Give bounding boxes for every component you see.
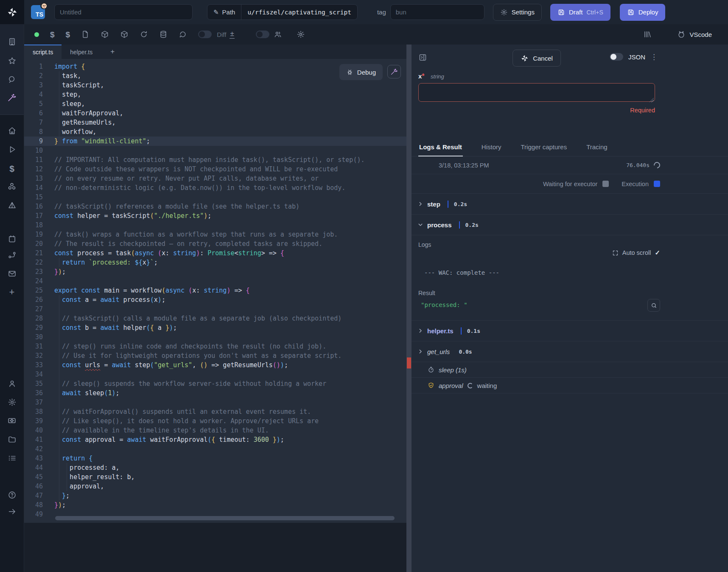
play-icon[interactable]: [0, 141, 24, 158]
status-dot: [34, 32, 39, 37]
arrow-right-icon[interactable]: [0, 503, 24, 520]
collab-toggle[interactable]: [256, 31, 269, 38]
gear-icon[interactable]: [0, 393, 24, 410]
sleep-label: sleep (1s): [439, 366, 467, 374]
json-label: JSON: [628, 53, 645, 61]
help-icon[interactable]: [0, 486, 24, 503]
route-icon[interactable]: [0, 246, 24, 263]
cubes-icon[interactable]: [0, 178, 24, 195]
refresh-icon[interactable]: [179, 30, 187, 39]
dollar-icon[interactable]: $: [50, 31, 55, 39]
execution-color-swatch: [654, 181, 660, 187]
people-icon: [274, 30, 282, 39]
running-spinner-icon: [652, 161, 661, 170]
path-group: ✎ Path u/rfiszel/captivating_script: [207, 4, 358, 20]
helper-duration: 0.1s: [467, 328, 480, 334]
path-value[interactable]: u/rfiszel/captivating_script: [241, 9, 357, 16]
x-input[interactable]: [418, 83, 655, 102]
autoscroll-control[interactable]: Auto scroll ✓: [418, 249, 660, 257]
tab-logs-result[interactable]: Logs & Result: [418, 139, 463, 156]
plus-icon[interactable]: +: [0, 284, 24, 301]
tag-input[interactable]: [390, 4, 484, 20]
windmill-logo-icon[interactable]: [0, 0, 24, 24]
result-value: "processed: ": [421, 301, 468, 308]
step-duration: 0.2s: [454, 201, 467, 207]
settings-button[interactable]: Settings: [493, 4, 542, 21]
debug-button[interactable]: Debug: [339, 64, 383, 80]
tab-helper-ts[interactable]: helper.ts: [62, 45, 101, 59]
dollar-icon[interactable]: $: [0, 160, 24, 177]
get-urls-label: get_urls: [427, 348, 450, 355]
file-icon[interactable]: [81, 30, 90, 39]
check-icon: ✓: [655, 249, 660, 257]
execution-bar: [459, 221, 460, 229]
list-icon[interactable]: [0, 449, 24, 466]
magic-wand-icon: [390, 68, 398, 75]
home-icon[interactable]: [0, 122, 24, 139]
draft-shortcut: Ctrl+S: [586, 9, 603, 16]
folder-icon[interactable]: [0, 431, 24, 448]
tab-trigger-captures[interactable]: Trigger captures: [520, 139, 568, 156]
tab-script-ts[interactable]: script.ts: [24, 45, 62, 59]
shield-check-icon: [428, 382, 434, 389]
draft-button[interactable]: Draft Ctrl+S: [550, 4, 610, 21]
json-toggle[interactable]: [610, 53, 623, 61]
script-title-input[interactable]: [54, 4, 193, 20]
windmill-logo-icon: [521, 54, 529, 62]
mail-icon[interactable]: [0, 265, 24, 282]
split-divider[interactable]: [406, 45, 412, 572]
dollar-icon[interactable]: $: [66, 31, 70, 39]
timeline-row-sleep[interactable]: sleep (1s): [412, 362, 728, 378]
package-icon[interactable]: [120, 30, 129, 39]
vscode-button[interactable]: VScode: [677, 30, 712, 39]
ai-wand-button[interactable]: [387, 65, 401, 78]
deploy-button[interactable]: Deploy: [620, 4, 666, 21]
save-icon: [557, 8, 565, 16]
result-label: Result: [418, 290, 660, 296]
get-urls-duration: 0.0s: [459, 349, 472, 355]
timeline-row-process[interactable]: process 0.2s: [412, 215, 728, 235]
gear-icon[interactable]: [297, 30, 305, 39]
timeline-row-get-urls[interactable]: get_urls 0.0s: [412, 341, 728, 362]
timer-icon: [428, 366, 434, 373]
new-tab-button[interactable]: +: [101, 45, 124, 59]
diff-label: Diff: [217, 31, 226, 38]
database-icon[interactable]: [159, 30, 168, 39]
rotate-icon[interactable]: [140, 30, 148, 39]
logs-label: Logs: [418, 241, 660, 248]
panel-expand-icon[interactable]: [418, 53, 427, 62]
diff-toggle[interactable]: [198, 31, 212, 38]
horizontal-scrollbar[interactable]: [55, 516, 395, 520]
code-editor[interactable]: Debug 1import {2 task,3 taskScript,4 ste…: [24, 59, 406, 523]
execution-bar: [448, 201, 448, 208]
process-duration: 0.2s: [465, 222, 479, 228]
chevron-right-icon: [417, 349, 423, 354]
search-icon[interactable]: [0, 71, 24, 88]
typescript-badge: TS: [31, 5, 45, 19]
tab-tracing[interactable]: Tracing: [585, 139, 608, 156]
tag-label: tag: [377, 8, 386, 16]
calendar-icon[interactable]: [0, 230, 24, 247]
timeline-row-step[interactable]: step 0.2s: [412, 194, 728, 215]
inspect-result-button[interactable]: [647, 299, 660, 312]
star-icon[interactable]: [0, 52, 24, 69]
prism-icon[interactable]: [0, 197, 24, 214]
editor-toolbar: $ $ Diff ± VScode: [24, 24, 728, 45]
user-icon[interactable]: [0, 375, 24, 392]
magic-wand-icon[interactable]: [0, 89, 24, 106]
pencil-icon: ✎: [213, 8, 219, 16]
cancel-button[interactable]: Cancel: [512, 50, 561, 67]
package-icon[interactable]: [101, 30, 109, 39]
run-summary-row[interactable]: 3/18, 03:13:25 PM 76.040s: [412, 156, 728, 174]
library-icon[interactable]: [643, 30, 652, 39]
kebab-menu-icon[interactable]: ⋮: [650, 53, 658, 61]
tab-history[interactable]: History: [481, 139, 502, 156]
building-icon[interactable]: [0, 33, 24, 50]
workers-icon[interactable]: [0, 412, 24, 429]
arg-field-x: x* string Required: [418, 73, 655, 114]
helper-label: helper.ts: [427, 327, 454, 335]
timeline-row-approval[interactable]: approval waiting: [412, 378, 728, 393]
path-edit-button[interactable]: ✎ Path: [207, 5, 241, 20]
timeline-row-helper[interactable]: helper.ts 0.1s: [412, 321, 728, 341]
chevron-right-icon: [417, 328, 423, 334]
